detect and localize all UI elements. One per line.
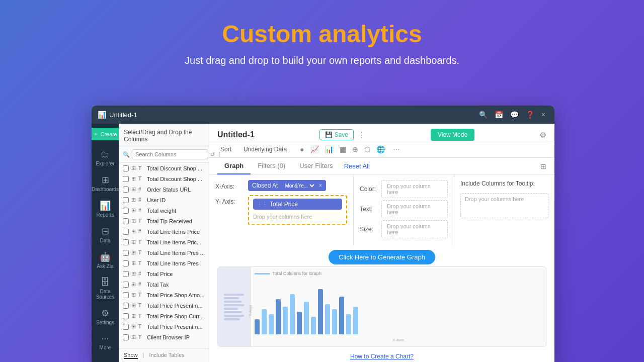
column-checkbox[interactable] <box>123 324 129 330</box>
column-checkbox[interactable] <box>123 250 129 256</box>
column-checkbox[interactable] <box>123 334 129 340</box>
column-checkbox[interactable] <box>123 282 129 288</box>
column-list-item[interactable]: ⊞ T Total Price Presentm... <box>119 300 209 311</box>
column-list-item[interactable]: ⊞ # Order Status URL <box>119 184 209 195</box>
funnel-btn[interactable]: ⬡ <box>362 144 372 154</box>
sort-button[interactable]: Sort <box>217 144 234 154</box>
title-bar-actions: 🔍 📅 💬 ❓ <box>479 111 534 119</box>
create-button[interactable]: ＋ Create <box>92 128 121 140</box>
column-drag-icon: ⊞ <box>131 175 136 182</box>
y-axis-drop-zone[interactable]: ⋮⋮ Total Price Drop your columns here <box>248 195 347 225</box>
column-checkbox[interactable] <box>123 208 129 214</box>
column-list-item[interactable]: ⊞ T Total Price Presentm... <box>119 321 209 332</box>
column-checkbox[interactable] <box>123 197 129 203</box>
column-list-item[interactable]: ⊞ T Total Discount Shop ... <box>119 173 209 184</box>
layout-icon[interactable]: ⊞ <box>540 162 546 170</box>
report-settings-icon[interactable]: ⚙ <box>539 130 546 140</box>
sidebar-item-more[interactable]: ··· More <box>92 329 119 354</box>
search-icon[interactable]: 🔍 <box>479 111 488 119</box>
save-button[interactable]: 💾 Save <box>319 129 354 140</box>
pie-chart-btn[interactable]: ● <box>298 144 306 154</box>
geo-btn[interactable]: 🌐 <box>374 144 387 154</box>
tab-graph[interactable]: Graph <box>217 158 251 174</box>
x-pill-format-select[interactable]: Mon&Ye... <box>283 183 316 189</box>
sidebar-item-data[interactable]: ⊟ Data <box>92 222 119 247</box>
column-name: Total Line Items Pres . <box>147 260 205 266</box>
column-checkbox[interactable] <box>123 313 129 319</box>
column-drag-icon: ⊞ <box>131 228 136 235</box>
bar-group <box>255 319 260 334</box>
search-columns-input[interactable] <box>132 149 208 159</box>
include-tables-link[interactable]: Include Tables <box>149 352 184 359</box>
chart-help-link[interactable]: How to Create a Chart? <box>209 351 554 362</box>
column-list-item[interactable]: ⊞ # Total Tax <box>119 279 209 290</box>
column-list-item[interactable]: ⊞ T Total Line Items Pres . <box>119 258 209 268</box>
left-config: X-Axis: Closed At Mon&Ye... × <box>209 175 353 246</box>
bar-group <box>276 299 281 334</box>
column-list-item[interactable]: ⊞ # User ID <box>119 195 209 205</box>
tooltip-title: Include Columns for Tooltip: <box>460 180 548 187</box>
bar-chart-btn[interactable]: 📊 <box>323 144 336 154</box>
sidebar-item-datasources[interactable]: 🗄 Data Sources <box>92 273 119 304</box>
sidebar-item-askzia[interactable]: 🤖 Ask Zia <box>92 247 119 273</box>
calendar-icon[interactable]: 📅 <box>495 111 503 119</box>
column-list-item[interactable]: ⊞ T Total Price Shop Curr... <box>119 311 209 321</box>
column-checkbox[interactable] <box>123 292 129 298</box>
column-list-item[interactable]: ⊞ T Client Browser IP <box>119 332 209 342</box>
column-list-item[interactable]: ⊞ # Total Line Items Price <box>119 226 209 237</box>
sidebar-item-reports[interactable]: 📊 Reports <box>92 196 119 222</box>
column-checkbox[interactable] <box>123 239 129 245</box>
column-checkbox[interactable] <box>123 218 129 224</box>
tab-filters[interactable]: Filters (0) <box>251 158 292 174</box>
color-drop-zone[interactable]: Drop your column here <box>381 180 448 198</box>
chart-left-thumbnail <box>218 267 251 346</box>
help-icon[interactable]: ❓ <box>526 111 534 119</box>
grouped-bar-btn[interactable]: ▦ <box>338 144 348 154</box>
reset-all-link[interactable]: Reset All <box>344 162 370 170</box>
column-list-item[interactable]: ⊞ T Total Tip Received <box>119 216 209 226</box>
column-type: # <box>138 271 144 277</box>
window-title: Untitled-1 <box>109 111 479 119</box>
text-drop-zone[interactable]: Drop your column here <box>381 200 448 218</box>
tab-user-filters[interactable]: User Filters <box>292 158 340 174</box>
underlying-data-button[interactable]: Underlying Data <box>240 144 290 154</box>
y-axis-total-price-item[interactable]: ⋮⋮ Total Price <box>253 199 342 210</box>
data-icon: ⊟ <box>102 226 109 237</box>
line-chart-btn[interactable]: 📈 <box>308 144 321 154</box>
column-list-item[interactable]: ⊞ T Total Line Items Pric... <box>119 237 209 247</box>
bar-group <box>304 302 309 334</box>
x-pill-remove-icon[interactable]: × <box>318 182 322 189</box>
x-axis-label: X-Axis: <box>215 180 243 190</box>
column-checkbox[interactable] <box>123 165 129 171</box>
report-more-icon[interactable]: ⋮ <box>358 130 366 140</box>
size-drop-zone[interactable]: Drop your column here <box>381 220 448 238</box>
column-drag-icon: ⊞ <box>131 260 136 266</box>
column-checkbox[interactable] <box>123 303 129 309</box>
column-name: User ID <box>147 197 205 203</box>
view-mode-button[interactable]: View Mode <box>431 129 474 141</box>
column-checkbox[interactable] <box>123 271 129 277</box>
close-icon[interactable]: × <box>538 110 548 120</box>
sidebar-item-settings[interactable]: ⚙ Settings <box>92 304 119 329</box>
column-list-item[interactable]: ⊞ # Total weight <box>119 205 209 216</box>
generate-graph-button[interactable]: Click Here to Generate Graph <box>329 250 435 264</box>
scatter-btn[interactable]: ⊕ <box>350 144 360 154</box>
column-checkbox[interactable] <box>123 187 129 193</box>
chart-preview: Total Columns for Graph Y-AxisX-Axis <box>217 266 546 347</box>
column-list-item[interactable]: ⊞ T Total Line Items Pres ... <box>119 247 209 258</box>
column-list-item[interactable]: ⊞ # Total Price <box>119 268 209 279</box>
sidebar-item-explorer[interactable]: 🗂 Explorer <box>92 145 119 170</box>
column-checkbox[interactable] <box>123 229 129 235</box>
column-checkbox[interactable] <box>123 176 129 182</box>
bar-group <box>353 307 358 334</box>
show-link[interactable]: Show <box>124 352 138 359</box>
text-row: Text: Drop your column here <box>360 200 448 218</box>
column-checkbox[interactable] <box>123 260 129 266</box>
toolbar-more-icon[interactable]: ⋯ <box>393 145 400 153</box>
sidebar-item-dashboards[interactable]: ⊞ Dashboards <box>92 170 119 196</box>
chat-icon[interactable]: 💬 <box>510 111 519 119</box>
column-list-item[interactable]: ⊞ T Total Price Shop Amo... <box>119 290 209 300</box>
tooltip-drop-zone[interactable]: Drop your columns here <box>460 193 548 218</box>
column-list-item[interactable]: ⊞ T Total Discount Shop ... <box>119 163 209 173</box>
x-axis-closed-at-pill[interactable]: Closed At Mon&Ye... × <box>248 180 326 191</box>
